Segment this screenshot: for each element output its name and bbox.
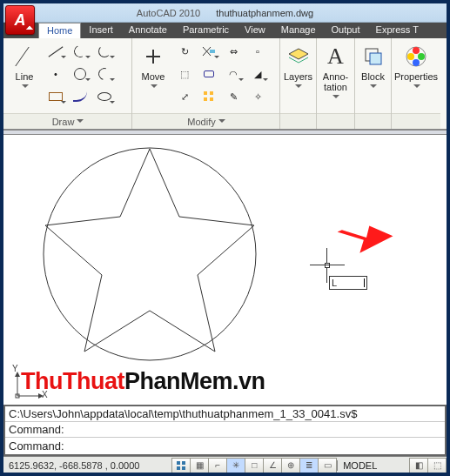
lwt-toggle[interactable]: ≣ xyxy=(299,458,319,473)
tab-manage[interactable]: Manage xyxy=(273,23,324,38)
draw-tools: • xyxy=(44,41,116,107)
tab-home[interactable]: Home xyxy=(38,23,81,38)
dropdown-icon xyxy=(218,118,225,124)
svg-point-9 xyxy=(418,53,425,60)
tab-annotate[interactable]: Annotate xyxy=(121,23,175,38)
status-toggles: ▦ ⌐ ✳ □ ∠ ⊕ ≣ ▭ xyxy=(172,458,337,473)
rotate-tool[interactable]: ↻ xyxy=(173,41,196,62)
panel-properties-title xyxy=(392,113,440,129)
chamfer-tool[interactable]: ◢ xyxy=(246,64,269,84)
app-menu-button[interactable]: A xyxy=(5,5,35,35)
panel-properties: Properties xyxy=(392,38,440,129)
grid-toggle[interactable]: ▦ xyxy=(190,458,209,473)
svg-rect-19 xyxy=(182,466,185,470)
command-window[interactable]: C:\Users\John\appdata\local\temp\thuthua… xyxy=(3,405,447,456)
panel-modify-title[interactable]: Modify xyxy=(132,113,279,129)
tab-output[interactable]: Output xyxy=(324,23,368,38)
layers-button[interactable]: Layers xyxy=(281,41,315,92)
fillet-tool[interactable]: ◠ xyxy=(222,64,245,84)
dynamic-input[interactable]: L xyxy=(329,276,367,290)
erase-tool[interactable]: ✎ xyxy=(222,86,245,107)
panel-annotation-title xyxy=(317,113,354,129)
status-extra-1[interactable]: ◧ xyxy=(409,458,428,473)
modify-tools: ↻ ⇔ ▫ ⬚ ◠ ◢ ⤢ ✎ ✧ xyxy=(173,41,269,107)
command-history-line: C:\Users\John\appdata\local\temp\thuthua… xyxy=(5,406,445,422)
dropdown-icon xyxy=(370,84,376,90)
dropdown-icon xyxy=(295,84,301,90)
polar-toggle[interactable]: ✳ xyxy=(226,458,245,473)
svg-rect-4 xyxy=(210,97,213,101)
tab-express[interactable]: Express T xyxy=(368,23,426,38)
line-button[interactable]: Line xyxy=(7,41,42,92)
dropdown-icon xyxy=(77,118,83,124)
block-icon xyxy=(360,44,386,70)
svg-rect-0 xyxy=(210,50,215,53)
drawing-content xyxy=(10,138,289,382)
annotation-button[interactable]: A Anno-tation xyxy=(320,41,352,103)
line-label: Line xyxy=(16,71,34,82)
ellipse-tool[interactable] xyxy=(93,86,116,107)
document-name: thuthuatphanmem.dwg xyxy=(216,8,313,18)
tab-insert[interactable]: Insert xyxy=(81,23,121,38)
drawing-canvas[interactable]: L Y X ThuThuatPhanMem.vn xyxy=(3,135,447,405)
move-button[interactable]: Move xyxy=(136,41,171,92)
scale-tool[interactable]: ▫ xyxy=(246,41,269,62)
svg-rect-3 xyxy=(204,97,207,101)
tab-parametric[interactable]: Parametric xyxy=(175,23,237,38)
command-prompt: Command: xyxy=(9,439,64,453)
panel-layers: Layers xyxy=(280,38,317,129)
svg-point-11 xyxy=(407,53,414,60)
snap-toggle[interactable] xyxy=(171,458,191,473)
stretch-tool[interactable]: ⤢ xyxy=(173,86,196,107)
move-label: Move xyxy=(142,71,165,82)
coordinates-readout: 6125.9632, -668.5878 , 0.0000 xyxy=(3,460,144,471)
copy-tool[interactable]: ⬚ xyxy=(173,64,196,84)
spline-tool[interactable] xyxy=(69,86,91,107)
panel-modify: Move ↻ ⇔ ▫ ⬚ ◠ ◢ ⤢ ✎ ✧ Modify xyxy=(132,38,280,129)
command-input[interactable] xyxy=(67,439,441,453)
trim-tool[interactable] xyxy=(198,41,220,62)
tab-view[interactable]: View xyxy=(237,23,273,38)
arc3-tool[interactable] xyxy=(93,64,116,84)
status-bar: 6125.9632, -668.5878 , 0.0000 ▦ ⌐ ✳ □ ∠ … xyxy=(3,456,447,473)
block-button[interactable]: Block xyxy=(358,41,389,92)
panel-block-title xyxy=(355,113,391,129)
ribbon-tabs: Home Insert Annotate Parametric View Man… xyxy=(3,23,447,38)
mirror-tool[interactable]: ⇔ xyxy=(222,41,245,62)
svg-rect-16 xyxy=(177,461,180,465)
curve2-tool[interactable] xyxy=(93,41,116,62)
line-segment-tool[interactable] xyxy=(44,41,67,62)
svg-point-10 xyxy=(413,59,420,66)
panel-draw-title[interactable]: Draw xyxy=(3,113,131,129)
properties-button[interactable]: Properties xyxy=(394,41,438,92)
osnap-toggle[interactable]: □ xyxy=(245,458,264,473)
layers-icon xyxy=(285,44,312,70)
arc-tool[interactable] xyxy=(69,41,91,62)
dropdown-icon xyxy=(332,94,339,100)
svg-point-12 xyxy=(44,148,256,360)
panel-layers-title xyxy=(280,113,316,129)
ortho-toggle[interactable]: ⌐ xyxy=(208,458,227,473)
explode-tool[interactable]: ✧ xyxy=(246,86,269,107)
dot-tool[interactable]: • xyxy=(44,64,67,84)
circle-tool[interactable] xyxy=(69,64,91,84)
dropdown-icon xyxy=(151,84,157,90)
title-bar: AutoCAD 2010 thuthuatphanmem.dwg xyxy=(3,3,447,23)
move-icon xyxy=(140,44,166,70)
svg-point-8 xyxy=(413,47,420,54)
dyn-toggle[interactable]: ⊕ xyxy=(281,458,300,473)
svg-rect-2 xyxy=(210,91,213,95)
qp-toggle[interactable]: ▭ xyxy=(318,458,337,473)
offset-tool[interactable] xyxy=(198,64,220,84)
watermark: ThuThuatPhanMem.vn xyxy=(21,368,265,395)
text-icon: A xyxy=(323,44,349,70)
model-space-label[interactable]: MODEL xyxy=(337,460,382,471)
otrack-toggle[interactable]: ∠ xyxy=(263,458,282,473)
array-tool[interactable] xyxy=(198,86,220,107)
line-icon xyxy=(11,44,37,70)
panel-draw: Line • Draw xyxy=(3,38,132,129)
rectangle-tool[interactable] xyxy=(44,86,67,107)
status-extra-2[interactable]: ⬚ xyxy=(427,458,447,473)
ribbon: Line • Draw Move xyxy=(3,38,447,130)
dropdown-icon xyxy=(413,84,420,90)
